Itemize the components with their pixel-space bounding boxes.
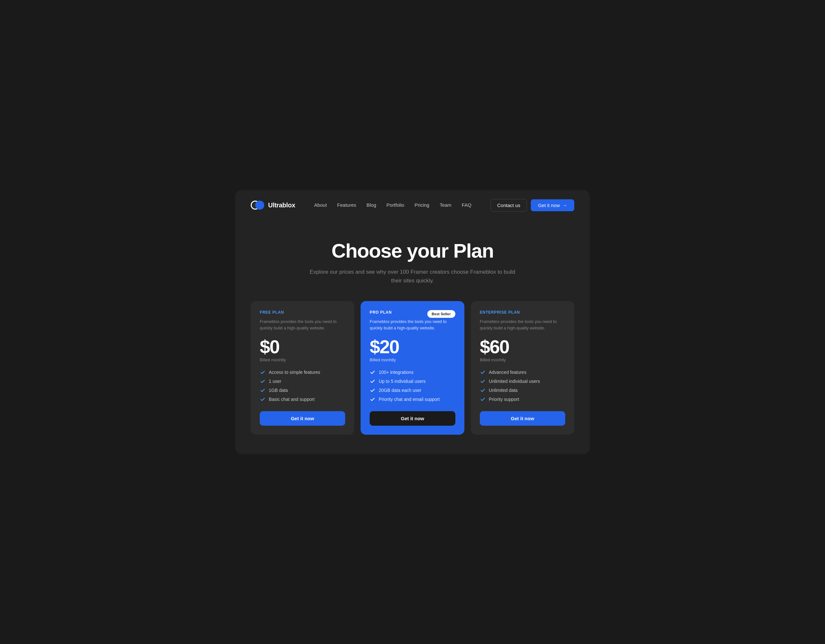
check-icon bbox=[260, 396, 266, 402]
contact-button[interactable]: Contact us bbox=[490, 199, 527, 211]
enterprise-plan-features: Advanced features Unlimited individual u… bbox=[480, 369, 565, 402]
pricing-section: FREE PLAN Frameblox provides the tools y… bbox=[235, 301, 590, 435]
best-seller-badge: Best Seller bbox=[427, 310, 455, 318]
nav-cta-label: Get it now bbox=[538, 203, 560, 208]
check-icon bbox=[480, 396, 486, 402]
pro-feature-4: Priority chat and email support bbox=[370, 396, 455, 402]
nav-cta-button[interactable]: Get it now → bbox=[531, 199, 574, 211]
free-feature-1: Access to simple features bbox=[260, 369, 345, 375]
hero-title: Choose your Plan bbox=[251, 240, 574, 262]
navbar: Ultrablox About Features Blog Portfolio … bbox=[235, 190, 590, 220]
check-icon bbox=[370, 378, 375, 384]
enterprise-feature-4: Priority support bbox=[480, 396, 565, 402]
nav-portfolio[interactable]: Portfolio bbox=[386, 202, 404, 208]
logo[interactable]: Ultrablox bbox=[251, 200, 295, 210]
hero-section: Choose your Plan Explore our prices and … bbox=[235, 220, 590, 301]
check-icon bbox=[260, 369, 266, 375]
pro-plan-cta[interactable]: Get it now bbox=[370, 411, 455, 426]
check-icon bbox=[480, 378, 486, 384]
free-plan-desc: Frameblox provides the tools you need to… bbox=[260, 319, 345, 331]
pro-plan-card: PRO PLAN Best Seller Frameblox provides … bbox=[361, 301, 464, 435]
enterprise-plan-billed: Billed monhtly bbox=[480, 357, 565, 362]
check-icon bbox=[260, 387, 266, 393]
free-plan-name: FREE PLAN bbox=[260, 310, 345, 314]
nav-team[interactable]: Team bbox=[440, 202, 451, 208]
check-icon bbox=[370, 396, 375, 402]
enterprise-plan-price: $60 bbox=[480, 337, 565, 356]
pro-feature-1: 100+ integrations bbox=[370, 369, 455, 375]
free-plan-price: $0 bbox=[260, 337, 345, 356]
free-plan-features: Access to simple features 1 user 1GB dat… bbox=[260, 369, 345, 402]
enterprise-feature-2: Unlimited individual users bbox=[480, 378, 565, 384]
pro-plan-desc: Frameblox provides the tools you need to… bbox=[370, 319, 455, 331]
pro-feature-3: 20GB data each user bbox=[370, 387, 455, 393]
check-icon bbox=[370, 369, 375, 375]
check-icon bbox=[260, 378, 266, 384]
check-icon bbox=[480, 369, 486, 375]
logo-icon bbox=[251, 200, 265, 210]
pro-plan-price: $20 bbox=[370, 337, 455, 356]
enterprise-plan-name: ENTERPRISE PLAN bbox=[480, 310, 565, 314]
nav-links: About Features Blog Portfolio Pricing Te… bbox=[314, 202, 471, 208]
pro-plan-features: 100+ integrations Up to 5 individual use… bbox=[370, 369, 455, 402]
page-wrapper: Ultrablox About Features Blog Portfolio … bbox=[235, 190, 590, 454]
free-plan-cta[interactable]: Get it now bbox=[260, 411, 345, 426]
check-icon bbox=[480, 387, 486, 393]
nav-faq[interactable]: FAQ bbox=[462, 202, 471, 208]
nav-about[interactable]: About bbox=[314, 202, 327, 208]
enterprise-plan-desc: Frameblox provides the tools you need to… bbox=[480, 319, 565, 331]
hero-subtitle: Explore our prices and see why over 100 … bbox=[309, 268, 516, 285]
free-feature-4: Basic chat and support bbox=[260, 396, 345, 402]
check-icon bbox=[370, 387, 375, 393]
pro-feature-2: Up to 5 individual users bbox=[370, 378, 455, 384]
nav-actions: Contact us Get it now → bbox=[490, 199, 574, 211]
free-plan-billed: Billed monhtly bbox=[260, 357, 345, 362]
logo-circle-blue bbox=[255, 200, 264, 210]
enterprise-feature-3: Unlimited data bbox=[480, 387, 565, 393]
nav-blog[interactable]: Blog bbox=[366, 202, 376, 208]
nav-pricing[interactable]: Pricing bbox=[414, 202, 429, 208]
enterprise-plan-card: ENTERPRISE PLAN Frameblox provides the t… bbox=[471, 301, 574, 435]
free-feature-3: 1GB data bbox=[260, 387, 345, 393]
enterprise-plan-cta[interactable]: Get it now bbox=[480, 411, 565, 426]
nav-cta-arrow: → bbox=[562, 203, 567, 208]
free-plan-card: FREE PLAN Frameblox provides the tools y… bbox=[251, 301, 354, 435]
free-feature-2: 1 user bbox=[260, 378, 345, 384]
nav-features[interactable]: Features bbox=[337, 202, 356, 208]
logo-text: Ultrablox bbox=[268, 202, 295, 209]
enterprise-feature-1: Advanced features bbox=[480, 369, 565, 375]
pro-plan-billed: Billed monhtly bbox=[370, 357, 455, 362]
